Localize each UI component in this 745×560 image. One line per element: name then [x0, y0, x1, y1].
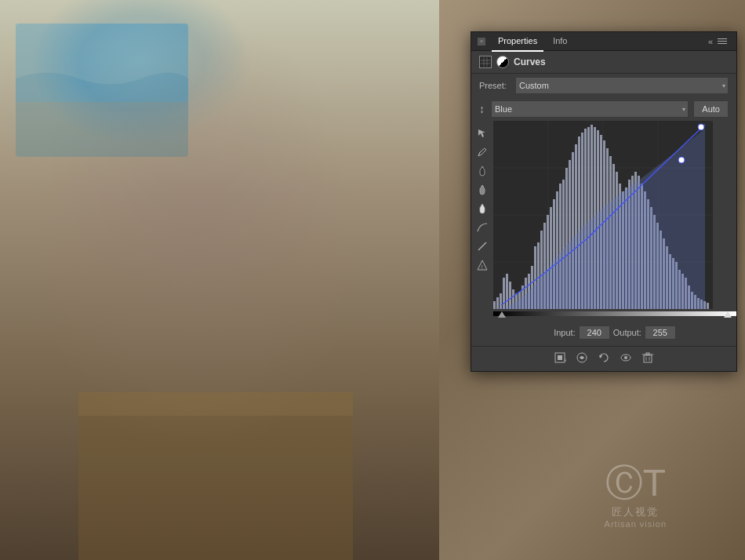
- curves-title: Curves: [514, 56, 546, 67]
- view-previous-icon[interactable]: [576, 351, 588, 366]
- svg-rect-98: [644, 355, 652, 362]
- panel-bottom-toolbar: +: [471, 346, 736, 371]
- svg-rect-23: [506, 274, 508, 309]
- gradient-bar: [493, 311, 736, 316]
- svg-rect-4: [78, 416, 353, 560]
- svg-point-89: [678, 157, 685, 163]
- preset-select[interactable]: Custom: [515, 77, 729, 94]
- pencil-draw-btn[interactable]: [474, 238, 490, 254]
- curves-svg: [493, 121, 713, 309]
- pencil-tool-btn[interactable]: [474, 144, 490, 160]
- watermark: ⒸT 匠人视觉 Artisan vision: [605, 464, 667, 529]
- tab-info[interactable]: Info: [547, 31, 573, 52]
- white-point-handle[interactable]: [724, 311, 732, 318]
- svg-text:!: !: [482, 264, 483, 270]
- preset-select-wrapper: Custom ▾: [515, 77, 729, 94]
- channel-row: ↕ Blue RGB Red Green ▾ Auto: [471, 97, 736, 121]
- eyedropper-white-btn[interactable]: [474, 201, 490, 216]
- io-values-row: Input: Output:: [493, 322, 736, 343]
- preset-row: Preset: Custom ▾: [471, 74, 736, 97]
- panel-menu-button[interactable]: [718, 35, 730, 48]
- watermark-logo: ⒸT: [605, 464, 667, 502]
- curves-column: Input: Output:: [493, 121, 736, 343]
- svg-point-97: [624, 356, 627, 359]
- channel-select-wrapper: Blue RGB Red Green ▾: [491, 100, 689, 118]
- delete-icon[interactable]: [641, 351, 654, 366]
- adjustment-layer-icon: [496, 56, 509, 68]
- panel-main-area: !: [471, 121, 736, 343]
- warning-btn[interactable]: !: [474, 257, 490, 273]
- panel-tabs: Properties Info: [492, 31, 574, 52]
- tools-column: !: [471, 121, 493, 343]
- input-value-field[interactable]: [579, 325, 610, 340]
- preset-label: Preset:: [479, 81, 511, 90]
- black-point-handle[interactable]: [498, 311, 506, 318]
- svg-rect-100: [646, 353, 649, 355]
- panel-titlebar: × Properties Info «: [471, 32, 736, 51]
- watermark-chinese: 匠人视觉: [605, 505, 667, 519]
- properties-panel: × Properties Info « Curves Preset: [471, 31, 737, 372]
- channel-select[interactable]: Blue RGB Red Green: [491, 100, 689, 118]
- watermark-english: Artisan vision: [605, 519, 667, 529]
- svg-point-88: [698, 124, 704, 130]
- panel-close-button[interactable]: ×: [478, 38, 485, 45]
- curves-grid-icon: [479, 56, 492, 68]
- output-label: Output:: [613, 328, 641, 337]
- photo-layer: [0, 0, 439, 560]
- titlebar-left: × Properties Info: [478, 31, 574, 52]
- curves-canvas[interactable]: [493, 121, 713, 309]
- tab-properties[interactable]: Properties: [492, 31, 543, 52]
- input-label: Input:: [554, 328, 576, 337]
- svg-rect-92: [558, 355, 562, 360]
- svg-rect-21: [500, 293, 502, 309]
- gradient-slider-area: [493, 311, 736, 321]
- svg-rect-3: [78, 392, 353, 416]
- reset-icon[interactable]: [598, 351, 610, 366]
- photo-scene-svg: [0, 0, 439, 560]
- visibility-icon[interactable]: [620, 351, 632, 366]
- panel-collapse-button[interactable]: «: [708, 37, 713, 46]
- eyedropper-black-btn[interactable]: [474, 163, 490, 179]
- pointer-tool-btn[interactable]: [474, 125, 490, 141]
- auto-button[interactable]: Auto: [693, 100, 729, 118]
- smooth-curve-btn[interactable]: [474, 220, 490, 235]
- output-value-field[interactable]: [645, 325, 676, 340]
- eyedropper-gray-btn[interactable]: [474, 182, 490, 198]
- clip-to-layer-icon[interactable]: +: [554, 351, 566, 366]
- svg-rect-19: [493, 301, 496, 309]
- svg-line-10: [478, 242, 486, 250]
- svg-text:+: +: [564, 358, 566, 363]
- svg-rect-87: [707, 303, 709, 309]
- curves-header: Curves: [471, 51, 736, 74]
- svg-rect-20: [496, 297, 499, 309]
- channel-tool-icon[interactable]: ↕: [479, 103, 485, 115]
